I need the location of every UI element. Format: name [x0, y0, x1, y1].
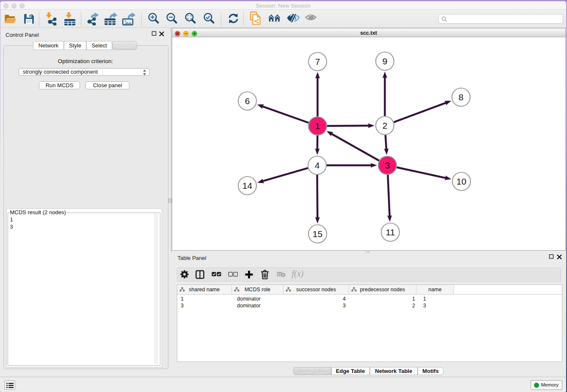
- svg-text:14: 14: [242, 181, 252, 190]
- svg-text:10: 10: [456, 177, 466, 186]
- svg-text:1: 1: [315, 121, 320, 131]
- svg-text:3: 3: [385, 160, 390, 170]
- svg-text:7: 7: [315, 57, 320, 66]
- svg-text:4: 4: [314, 160, 319, 170]
- svg-text:2: 2: [382, 121, 387, 130]
- svg-text:6: 6: [245, 96, 250, 106]
- svg-text:15: 15: [312, 229, 322, 239]
- svg-text:11: 11: [385, 227, 395, 237]
- svg-text:8: 8: [458, 92, 463, 102]
- svg-text:9: 9: [382, 56, 387, 66]
